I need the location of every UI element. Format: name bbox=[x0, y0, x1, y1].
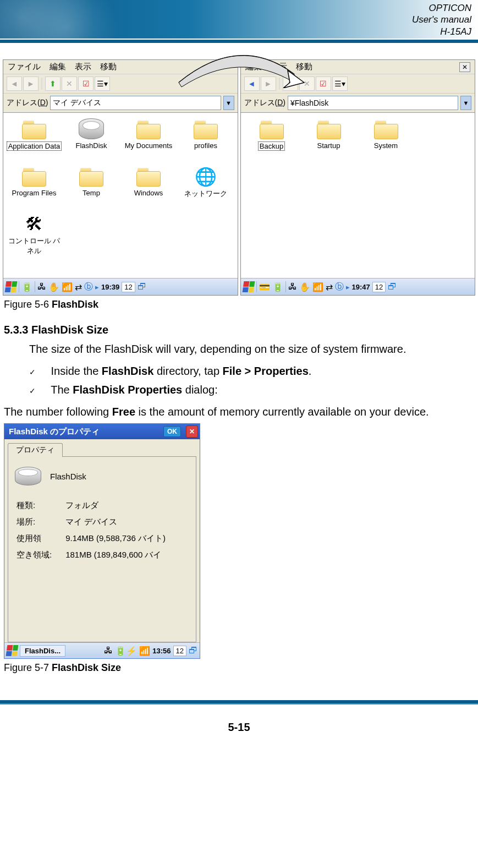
back-button[interactable]: ◄ bbox=[7, 77, 22, 91]
signal-icon: 📶 bbox=[312, 282, 323, 292]
menu-file[interactable]: ファイル bbox=[8, 62, 41, 72]
address-label: アドレス(D) bbox=[244, 98, 285, 108]
folder-profiles[interactable]: profiles bbox=[177, 118, 234, 166]
page-number: 5-15 bbox=[0, 721, 478, 734]
ok-button[interactable]: OK bbox=[163, 426, 181, 437]
delete-button[interactable]: ✕ bbox=[299, 77, 315, 91]
up-button[interactable]: ⬆ bbox=[45, 77, 61, 91]
folder-startup[interactable]: Startup bbox=[300, 118, 358, 166]
folder-windows[interactable]: Windows bbox=[120, 166, 177, 213]
folder-system[interactable]: System bbox=[358, 118, 415, 166]
properties-title-text: FlashDisk のプロパティ bbox=[9, 427, 100, 437]
menu-edit[interactable]: 編集 bbox=[245, 62, 262, 72]
explorer-window-left: ファイル 編集 表示 移動 ◄ ► ⬆ ✕ ☑ ☰▾ アドレス(D) bbox=[3, 59, 238, 296]
folder-icon bbox=[21, 166, 47, 188]
tray-arrow-icon: ▸ bbox=[346, 283, 350, 291]
check-item-2: The FlashDisk Properties dialog: bbox=[29, 380, 475, 399]
desktop-icon[interactable]: 🗗 bbox=[138, 282, 146, 292]
folder-icon bbox=[316, 118, 342, 140]
menu-edit[interactable]: 編集 bbox=[50, 62, 66, 72]
view-button[interactable]: ☰▾ bbox=[95, 77, 110, 91]
file-area-left[interactable]: Application Data FlashDisk My Documents … bbox=[3, 113, 238, 278]
prop-row-location: 場所:マイ デバイス bbox=[16, 516, 166, 532]
forward-button[interactable]: ► bbox=[23, 77, 39, 91]
address-input-right[interactable] bbox=[288, 96, 458, 110]
delete-button[interactable]: ✕ bbox=[62, 77, 77, 91]
tab-pane: FlashDisk 種類:フォルダ 場所:マイ デバイス 使用領9.14MB (… bbox=[8, 456, 196, 642]
properties-name-row: FlashDisk bbox=[15, 467, 189, 485]
section-paragraph-1: The size of the FlashDisk will vary, dep… bbox=[29, 340, 470, 358]
clock: 13:56 bbox=[152, 647, 171, 655]
control-panel-item[interactable]: 🛠コントロール パネル bbox=[6, 213, 63, 260]
properties-titlebar: FlashDisk のプロパティ OK ✕ bbox=[4, 424, 200, 439]
taskbar-left: 🔋 🖧 ✋ 📶 ⇄ ⓑ ▸ 19:39 12 🗗 bbox=[3, 278, 238, 295]
menubar-right: 編集 表示 移動 ✕ bbox=[241, 60, 475, 74]
address-bar-left: アドレス(D) ▼ bbox=[3, 94, 238, 113]
start-icon[interactable] bbox=[6, 645, 19, 656]
back-button[interactable]: ◄ bbox=[244, 77, 260, 91]
folder-application-data[interactable]: Application Data bbox=[6, 118, 63, 166]
header-underline bbox=[0, 39, 478, 43]
footer-bar bbox=[0, 700, 478, 705]
taskbar-button-flashdisk[interactable]: FlashDis... bbox=[20, 645, 65, 657]
address-bar-right: アドレス(D) ▼ bbox=[241, 94, 475, 113]
figure-caption-1: Figure 5-6 FlashDisk bbox=[4, 299, 475, 310]
drive-icon bbox=[15, 467, 41, 485]
desktop-icon[interactable]: 🗗 bbox=[189, 646, 197, 656]
folder-backup[interactable]: Backup bbox=[243, 118, 300, 166]
view-button[interactable]: ☰▾ bbox=[332, 77, 348, 91]
address-dropdown[interactable]: ▼ bbox=[223, 96, 234, 110]
toolbar-left: ◄ ► ⬆ ✕ ☑ ☰▾ bbox=[3, 74, 238, 94]
battery-charging-icon: 🔋⚡ bbox=[115, 646, 137, 656]
properties-button[interactable]: ☑ bbox=[78, 77, 94, 91]
drive-flashdisk[interactable]: FlashDisk bbox=[63, 118, 120, 166]
hand-icon: ✋ bbox=[299, 282, 310, 292]
check-item-1: Inside the FlashDisk directory, tap File… bbox=[29, 362, 475, 380]
date-box: 12 bbox=[173, 646, 186, 656]
folder-temp[interactable]: Temp bbox=[63, 166, 120, 213]
start-icon[interactable] bbox=[242, 281, 255, 292]
network-icon: 🌐 bbox=[194, 166, 218, 188]
card-icon: 💳 bbox=[259, 282, 270, 292]
forward-button[interactable]: ► bbox=[261, 77, 276, 91]
folder-my-documents[interactable]: My Documents bbox=[120, 118, 177, 166]
tray-separator bbox=[256, 281, 257, 292]
folder-program-files[interactable]: Program Files bbox=[6, 166, 63, 213]
usb-icon: ⇄ bbox=[326, 282, 333, 292]
network-tray-icon: 🖧 bbox=[104, 646, 113, 656]
date-box: 12 bbox=[372, 282, 386, 292]
header-line3: H-15AJ bbox=[440, 26, 471, 37]
network-item[interactable]: 🌐ネットワーク bbox=[177, 166, 234, 213]
menu-go[interactable]: 移動 bbox=[296, 62, 312, 72]
usb-icon: ⇄ bbox=[75, 282, 82, 292]
close-button[interactable]: ✕ bbox=[459, 62, 470, 72]
properties-button[interactable]: ☑ bbox=[316, 77, 331, 91]
date-box: 12 bbox=[122, 282, 135, 292]
address-label: アドレス(D) bbox=[7, 98, 48, 108]
network-tray-icon: 🖧 bbox=[37, 282, 46, 292]
file-area-right[interactable]: Backup Startup System bbox=[241, 113, 475, 278]
explorer-window-right: 編集 表示 移動 ✕ ◄ ► ⬆ ✕ ☑ ☰▾ アドレス(D) bbox=[240, 59, 476, 296]
bluetooth-icon: ⓑ bbox=[84, 281, 93, 293]
section-heading: 5.3.3 FlashDisk Size bbox=[4, 324, 475, 336]
clock: 19:39 bbox=[101, 283, 119, 291]
desktop-icon[interactable]: 🗗 bbox=[388, 282, 397, 292]
battery-icon: 🔋 bbox=[21, 282, 32, 292]
taskbar-right: 💳 🔋 🖧 ✋ 📶 ⇄ ⓑ ▸ 19:47 12 🗗 bbox=[241, 278, 475, 295]
menubar-left: ファイル 編集 表示 移動 bbox=[3, 60, 238, 74]
header-line2: User's manual bbox=[412, 14, 471, 25]
address-dropdown[interactable]: ▼ bbox=[460, 96, 471, 110]
toolbar-right: ◄ ► ⬆ ✕ ☑ ☰▾ bbox=[241, 74, 475, 94]
close-icon[interactable]: ✕ bbox=[186, 425, 198, 438]
section-paragraph-2: The number following Free is the amount … bbox=[4, 402, 470, 421]
clock: 19:47 bbox=[352, 283, 370, 291]
address-input-left[interactable] bbox=[50, 96, 221, 110]
menu-go[interactable]: 移動 bbox=[100, 62, 117, 72]
menu-view[interactable]: 表示 bbox=[75, 62, 91, 72]
menu-view[interactable]: 表示 bbox=[271, 62, 287, 72]
folder-icon bbox=[21, 118, 47, 140]
tab-properties[interactable]: プロパティ bbox=[8, 443, 63, 457]
start-icon[interactable] bbox=[5, 281, 18, 292]
properties-dialog: FlashDisk のプロパティ OK ✕ プロパティ FlashDisk 種類… bbox=[4, 423, 200, 659]
up-button[interactable]: ⬆ bbox=[283, 77, 298, 91]
